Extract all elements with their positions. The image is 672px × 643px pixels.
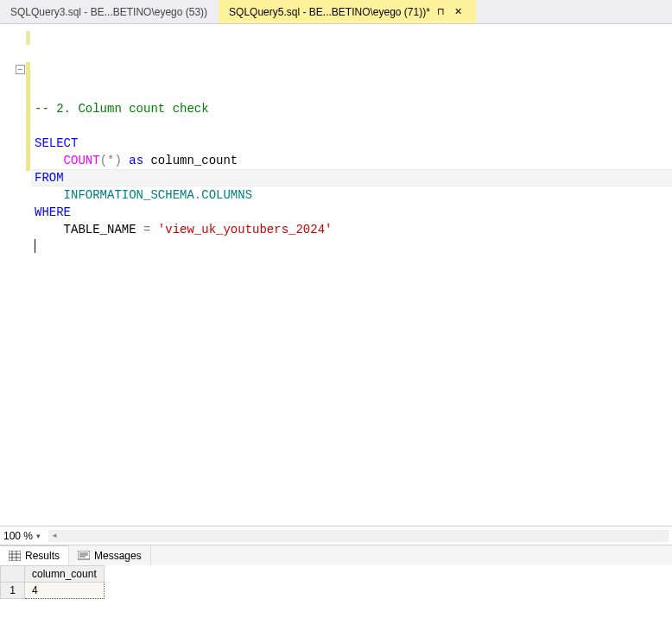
dot: . xyxy=(194,188,201,202)
results-grid[interactable]: column_count 1 4 xyxy=(0,565,672,643)
zoom-dropdown-icon[interactable]: ▾ xyxy=(36,532,45,540)
document-tabs-bar: SQLQuery3.sql - BE...BETINO\eyego (53)) … xyxy=(0,0,672,24)
change-marker xyxy=(26,62,30,171)
kw-where: WHERE xyxy=(35,205,71,219)
svg-rect-0 xyxy=(9,551,21,561)
results-tab-label: Results xyxy=(25,550,60,562)
ident-schema: INFORMATION_SCHEMA xyxy=(64,188,194,202)
kw-select: SELECT xyxy=(35,136,78,150)
cell-value[interactable]: 4 xyxy=(25,583,105,599)
ident-columns: COLUMNS xyxy=(201,188,252,202)
tab-messages[interactable]: Messages xyxy=(69,545,151,565)
pin-icon[interactable]: ⊓ xyxy=(435,6,447,18)
zoom-level[interactable]: 100 % xyxy=(3,530,33,542)
string-literal: 'view_uk_youtubers_2024' xyxy=(158,223,333,236)
eq: = xyxy=(136,223,158,236)
grid-icon xyxy=(9,551,21,561)
result-table: column_count 1 4 xyxy=(0,565,105,599)
row-number[interactable]: 1 xyxy=(1,583,25,599)
tab-label: SQLQuery3.sql - BE...BETINO\eyego (53)) xyxy=(10,6,207,18)
tab-sqlquery3[interactable]: SQLQuery3.sql - BE...BETINO\eyego (53)) xyxy=(0,0,219,23)
func-count: COUNT xyxy=(64,154,100,167)
close-icon[interactable]: ✕ xyxy=(453,6,465,18)
scroll-left-icon[interactable]: ◄ xyxy=(49,531,60,541)
kw-as: as xyxy=(122,154,151,167)
field-table-name: TABLE_NAME xyxy=(64,223,136,236)
column-header[interactable]: column_count xyxy=(25,566,105,583)
results-pane-tabs: Results Messages xyxy=(0,545,672,565)
messages-icon xyxy=(78,551,90,561)
alias: column_count xyxy=(150,154,238,167)
paren-star: (*) xyxy=(100,154,122,167)
sql-editor[interactable]: − -- 2. Column count check SELECT COUNT(… xyxy=(0,24,672,526)
tab-label: SQLQuery5.sql - BE...BETINO\eyego (71))* xyxy=(229,6,430,18)
table-row[interactable]: 1 4 xyxy=(1,583,105,599)
horizontal-scrollbar[interactable]: ◄ xyxy=(48,530,669,542)
outline-collapse-icon[interactable]: − xyxy=(16,65,25,74)
code-content[interactable]: -- 2. Column count check SELECT COUNT(*)… xyxy=(31,24,672,526)
text-cursor xyxy=(35,239,35,253)
change-marker xyxy=(26,31,30,45)
corner-cell[interactable] xyxy=(1,566,25,583)
code-comment: -- 2. Column count check xyxy=(35,102,209,116)
editor-gutter: − xyxy=(0,24,31,526)
messages-tab-label: Messages xyxy=(94,550,142,562)
tab-sqlquery5[interactable]: SQLQuery5.sql - BE...BETINO\eyego (71))*… xyxy=(219,0,476,23)
zoom-bar: 100 % ▾ ◄ xyxy=(0,526,672,545)
tab-results[interactable]: Results xyxy=(0,545,69,565)
kw-from: FROM xyxy=(35,171,64,185)
